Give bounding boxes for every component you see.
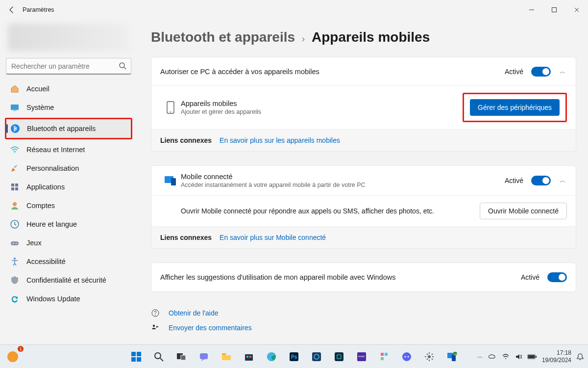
svg-point-53 — [408, 356, 409, 357]
sidebar-item-label: Système — [26, 104, 54, 111]
suggestions-toggle[interactable] — [547, 272, 567, 282]
svg-rect-27 — [131, 352, 136, 356]
mobile-devices-title: Appareils mobiles — [181, 100, 463, 107]
learn-more-mobile-devices-link[interactable]: En savoir plus sur les appareils mobiles — [220, 136, 340, 144]
settings-icon[interactable] — [419, 347, 439, 367]
chevron-up-icon[interactable]: ︿ — [559, 67, 567, 76]
sidebar-item-apps[interactable]: Applications — [6, 178, 131, 196]
allow-access-toggle[interactable] — [531, 67, 551, 77]
svg-text:music: music — [358, 355, 365, 358]
onedrive-icon[interactable] — [488, 352, 497, 361]
svg-point-26 — [7, 351, 18, 362]
suggestions-row[interactable]: Afficher les suggestions d'utilisation d… — [151, 263, 576, 291]
maximize-button[interactable] — [543, 0, 565, 20]
manage-devices-button[interactable]: Gérer des périphériques — [470, 99, 560, 116]
svg-point-20 — [170, 111, 171, 112]
notifications-icon[interactable] — [576, 353, 584, 361]
svg-point-2 — [120, 63, 124, 68]
phone-link-taskbar-icon[interactable]: 12 — [442, 347, 462, 367]
sidebar-item-gaming[interactable]: Jeux — [6, 234, 131, 252]
svg-point-25 — [153, 325, 155, 327]
taskbar-search-icon[interactable] — [149, 347, 169, 367]
svg-rect-36 — [222, 353, 226, 355]
sidebar-item-time-language[interactable]: Heure et langue — [6, 215, 131, 234]
sidebar-item-label: Personnalisation — [26, 164, 79, 172]
mobile-devices-sub: Ajouter et gérer des appareils — [181, 108, 463, 115]
search-icon — [119, 62, 126, 70]
chat-app-icon[interactable] — [397, 347, 416, 367]
send-feedback-link[interactable]: Envoyer des commentaires — [169, 324, 252, 332]
user-account-block[interactable] — [8, 24, 129, 51]
sidebar-item-privacy[interactable]: Confidentialité et sécurité — [6, 271, 131, 289]
open-phone-link-button[interactable]: Ouvrir Mobile connecté — [480, 203, 567, 219]
svg-rect-4 — [11, 105, 19, 110]
wifi-icon — [10, 145, 20, 155]
arrow-left-icon — [8, 6, 16, 14]
sidebar-item-home[interactable]: Accueil — [6, 79, 131, 98]
sidebar-item-label: Comptes — [26, 202, 55, 210]
svg-rect-11 — [11, 187, 14, 190]
volume-tray-icon[interactable] — [514, 353, 522, 361]
chevron-up-icon[interactable]: ︿ — [559, 176, 567, 185]
phone-link-header-row[interactable]: Mobile connecté Accéder instantanément à… — [151, 166, 576, 196]
close-button[interactable] — [565, 0, 588, 20]
get-help-link[interactable]: Obtenir de l'aide — [169, 309, 219, 317]
search-box[interactable] — [6, 58, 131, 75]
sidebar-item-label: Accessibilité — [26, 258, 66, 265]
svg-rect-15 — [11, 241, 19, 245]
sidebar: Accueil Système Bluetooth et appareils R… — [0, 20, 137, 344]
breadcrumb-parent[interactable]: Bluetooth et appareils — [151, 29, 295, 45]
phone-icon — [160, 101, 181, 114]
shield-icon — [10, 275, 20, 285]
svg-point-13 — [13, 202, 17, 206]
app-icon[interactable] — [329, 347, 349, 367]
allow-access-header-row[interactable]: Autoriser ce PC à accéder à vos appareil… — [151, 57, 576, 86]
file-explorer-icon[interactable] — [217, 347, 236, 367]
svg-rect-5 — [13, 110, 16, 111]
svg-rect-10 — [15, 184, 18, 186]
battery-tray-icon[interactable] — [527, 354, 537, 360]
edge-icon[interactable] — [262, 347, 281, 367]
svg-rect-39 — [249, 356, 251, 358]
taskbar-edge-icon[interactable] — [3, 347, 23, 367]
tray-chevron-icon[interactable]: ︿ — [477, 352, 483, 361]
svg-line-32 — [160, 358, 163, 361]
breadcrumb-current: Appareils mobiles — [312, 29, 430, 45]
svg-rect-30 — [137, 357, 141, 362]
sidebar-item-label: Réseau et Internet — [26, 146, 85, 154]
sidebar-item-personalization[interactable]: Personnalisation — [6, 159, 131, 178]
chat-icon[interactable] — [194, 347, 214, 367]
music-icon[interactable]: music — [352, 347, 371, 367]
sidebar-item-accounts[interactable]: Comptes — [6, 196, 131, 215]
svg-point-54 — [428, 355, 431, 358]
sidebar-item-windows-update[interactable]: Windows Update — [6, 289, 131, 308]
minimize-button[interactable] — [520, 0, 543, 20]
svg-point-16 — [13, 243, 14, 244]
search-input[interactable] — [6, 58, 131, 75]
app-icon[interactable] — [374, 347, 394, 367]
svg-rect-34 — [181, 355, 186, 360]
sidebar-item-system[interactable]: Système — [6, 98, 131, 117]
tray-clock[interactable]: 17:18 19/09/2024 — [542, 349, 571, 364]
allow-access-card: Autoriser ce PC à accéder à vos appareil… — [151, 57, 576, 152]
feedback-icon — [151, 323, 162, 332]
sidebar-item-bluetooth[interactable]: Bluetooth et appareils — [6, 119, 131, 138]
phone-link-card: Mobile connecté Accéder instantanément à… — [151, 165, 576, 249]
wifi-tray-icon[interactable] — [502, 353, 510, 361]
window-title: Paramètres — [23, 6, 54, 13]
sidebar-item-label: Windows Update — [26, 295, 80, 303]
app-icon[interactable] — [307, 347, 326, 367]
photoshop-icon[interactable]: Ps — [284, 347, 304, 367]
sidebar-item-label: Applications — [26, 183, 65, 191]
store-icon[interactable] — [239, 347, 259, 367]
start-button[interactable] — [126, 347, 146, 367]
svg-point-51 — [402, 352, 411, 361]
learn-more-phone-link-link[interactable]: En savoir plus sur Mobile connecté — [220, 234, 326, 241]
task-view-icon[interactable] — [172, 347, 191, 367]
back-button[interactable] — [4, 2, 20, 18]
phone-link-toggle[interactable] — [531, 176, 551, 185]
system-icon — [10, 103, 20, 112]
sidebar-item-network[interactable]: Réseau et Internet — [6, 140, 131, 159]
sidebar-item-accessibility[interactable]: Accessibilité — [6, 252, 131, 271]
tray-time: 17:18 — [542, 349, 571, 356]
